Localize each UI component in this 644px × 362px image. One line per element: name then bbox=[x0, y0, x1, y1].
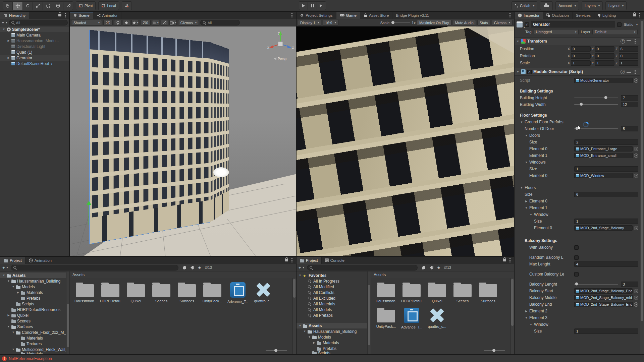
error-message[interactable]: NullReferenceException bbox=[9, 356, 52, 361]
scale-z-field[interactable]: 1 bbox=[619, 60, 638, 66]
presets-icon[interactable] bbox=[627, 40, 631, 43]
tab-console[interactable]: Console bbox=[322, 257, 348, 264]
tab-hierarchy[interactable]: Hierarchy bbox=[0, 12, 29, 19]
object-reference-field[interactable]: MOD_Window bbox=[574, 173, 633, 178]
grid-breadcrumb[interactable]: Assets bbox=[371, 272, 514, 278]
property-checkbox[interactable] bbox=[574, 272, 579, 277]
layout-dropdown[interactable]: Layout▾ bbox=[605, 1, 627, 10]
thumbnail-zoom-slider[interactable] bbox=[266, 349, 287, 352]
create-button[interactable]: + ▾ bbox=[299, 265, 304, 270]
tab-asset-store[interactable]: Asset Store bbox=[360, 12, 392, 19]
help-icon[interactable]: ? bbox=[621, 70, 625, 74]
folder-tree-item[interactable]: ▼ Concrete_Floor_2x2_M_tk bbox=[0, 329, 69, 335]
move-gizmo-y-handle[interactable] bbox=[87, 201, 91, 225]
asset-tile[interactable]: HDRPDefau... bbox=[100, 282, 121, 304]
scale-slider[interactable] bbox=[391, 21, 410, 24]
transform-section-header[interactable]: ▼ Transform ? bbox=[515, 37, 640, 45]
foldout-arrow[interactable]: ▼ bbox=[520, 121, 523, 124]
asset-tile[interactable]: Quixel bbox=[125, 282, 146, 304]
property-value-field[interactable]: 3 bbox=[621, 282, 638, 287]
asset-tile[interactable]: UnityPack... bbox=[376, 308, 396, 329]
position-z-field[interactable]: 6 bbox=[619, 46, 638, 52]
static-checkbox[interactable] bbox=[617, 22, 622, 27]
active-checkbox[interactable]: ✓ bbox=[525, 22, 529, 27]
project-search-input[interactable] bbox=[11, 265, 178, 270]
project-search-input[interactable] bbox=[307, 265, 418, 270]
property-value-field[interactable]: 6 bbox=[574, 192, 638, 197]
tab-lighting[interactable]: Lighting bbox=[594, 12, 619, 19]
object-reference-field[interactable]: ModuleGenerator bbox=[574, 78, 633, 83]
object-picker-icon[interactable] bbox=[634, 296, 638, 300]
object-picker-icon[interactable] bbox=[634, 78, 638, 83]
foldout-arrow[interactable]: ▼ bbox=[299, 324, 302, 327]
asset-tile[interactable]: HDRPDefau... bbox=[401, 282, 422, 303]
position-y-field[interactable]: 0 bbox=[595, 46, 614, 52]
scene-effects-dropdown[interactable]: ▾ bbox=[131, 20, 139, 25]
scene-search-input[interactable]: All bbox=[200, 20, 240, 25]
kebab-icon[interactable] bbox=[639, 15, 640, 16]
lock-icon[interactable] bbox=[285, 259, 288, 261]
folder-tree-item[interactable]: All Modified bbox=[297, 284, 371, 290]
folder-tree-item[interactable]: All Conflicts bbox=[297, 290, 371, 295]
folder-tree-item[interactable]: ▼ Assets bbox=[0, 273, 69, 278]
game-viewport[interactable] bbox=[297, 26, 514, 256]
asset-tile[interactable]: Advance_T... bbox=[401, 308, 422, 329]
folder-tree-item[interactable]: Scripts bbox=[0, 301, 69, 307]
object-reference-field[interactable]: MOD_Entrance_small bbox=[574, 153, 633, 158]
tab-services[interactable]: Services bbox=[573, 12, 594, 19]
module-generator-section-header[interactable]: ▼ ✓ Module Generator (Script) ? bbox=[515, 68, 640, 76]
hidden-count-badge[interactable]: ∅13 bbox=[205, 265, 212, 270]
asset-tile[interactable]: Haussmnan... bbox=[376, 282, 396, 303]
grid-scrollbar[interactable] bbox=[511, 278, 514, 354]
foldout-arrow[interactable]: ▶ bbox=[7, 314, 10, 317]
foldout-arrow[interactable]: ▶ bbox=[7, 56, 10, 59]
rect-tool-button[interactable] bbox=[43, 1, 53, 10]
asset-ghost-icon[interactable] bbox=[422, 265, 426, 270]
grid-scrollbar[interactable] bbox=[292, 278, 296, 354]
property-value-field[interactable]: 1 bbox=[574, 166, 638, 172]
property-slider[interactable] bbox=[574, 282, 618, 287]
hierarchy-item[interactable]: DefaultSceneRoot › bbox=[0, 61, 69, 66]
foldout-arrow[interactable]: ▼ bbox=[299, 274, 302, 277]
kebab-icon[interactable] bbox=[509, 15, 511, 16]
folder-tree-item[interactable]: ▼ Assets bbox=[297, 323, 371, 328]
scene-gizmos-dropdown[interactable]: Gizmos▾ bbox=[178, 20, 199, 25]
label-tag-icon[interactable] bbox=[190, 266, 195, 270]
scale-tool-button[interactable] bbox=[33, 1, 43, 10]
hierarchy-item[interactable]: ▶ Genrator bbox=[0, 55, 69, 61]
kebab-icon[interactable] bbox=[291, 260, 292, 261]
object-reference-field[interactable]: MOD_2nd_Stage_Balcony_EndLe bbox=[574, 288, 633, 294]
foldout-arrow[interactable]: ▼ bbox=[520, 186, 523, 189]
maximize-on-play-toggle[interactable]: Maximize On Play bbox=[417, 20, 451, 25]
foldout-arrow[interactable]: ▼ bbox=[7, 325, 10, 328]
asset-tile[interactable]: Scenes bbox=[151, 282, 172, 304]
property-value-field[interactable]: 4 bbox=[574, 261, 638, 267]
object-reference-field[interactable]: MOD_2nd_Stage_Balcony_EndRi bbox=[574, 302, 633, 307]
hierarchy-item[interactable]: Directional Light bbox=[0, 44, 69, 49]
move-tool-button[interactable] bbox=[13, 1, 23, 10]
kebab-icon[interactable] bbox=[65, 15, 66, 16]
account-dropdown[interactable]: Account▾ bbox=[555, 1, 579, 10]
foldout-arrow[interactable]: ▶ bbox=[313, 341, 316, 344]
asset-tile[interactable]: quattro_c... bbox=[253, 282, 274, 304]
asset-tile[interactable]: UnityPack... bbox=[202, 282, 223, 304]
presets-icon[interactable] bbox=[627, 70, 631, 74]
foldout-arrow[interactable]: ▼ bbox=[303, 330, 306, 333]
asset-tile[interactable]: Scenes bbox=[452, 282, 473, 303]
2d-toggle[interactable]: 2D bbox=[103, 20, 113, 25]
asset-ghost-icon[interactable] bbox=[182, 265, 187, 270]
create-button[interactable]: + ▾ bbox=[2, 20, 7, 25]
cloud-button[interactable] bbox=[540, 1, 553, 10]
object-picker-icon[interactable] bbox=[634, 174, 638, 178]
asset-tile[interactable]: Advance_T... bbox=[227, 282, 248, 304]
property-value-field[interactable]: 1 bbox=[574, 219, 638, 224]
object-picker-icon[interactable] bbox=[634, 302, 638, 307]
foldout-arrow[interactable]: ▶ bbox=[16, 291, 19, 294]
tab-scene[interactable]: Scene bbox=[70, 12, 93, 19]
foldout-arrow[interactable]: ▼ bbox=[525, 161, 528, 164]
help-icon[interactable]: ? bbox=[621, 39, 625, 44]
scene-audio-toggle[interactable] bbox=[123, 20, 130, 25]
folder-tree-item[interactable]: HDRPDefaultResources bbox=[0, 307, 69, 312]
folder-tree-item[interactable]: ▼ Haussmnanian_Building bbox=[297, 328, 371, 334]
object-picker-icon[interactable] bbox=[634, 154, 638, 158]
